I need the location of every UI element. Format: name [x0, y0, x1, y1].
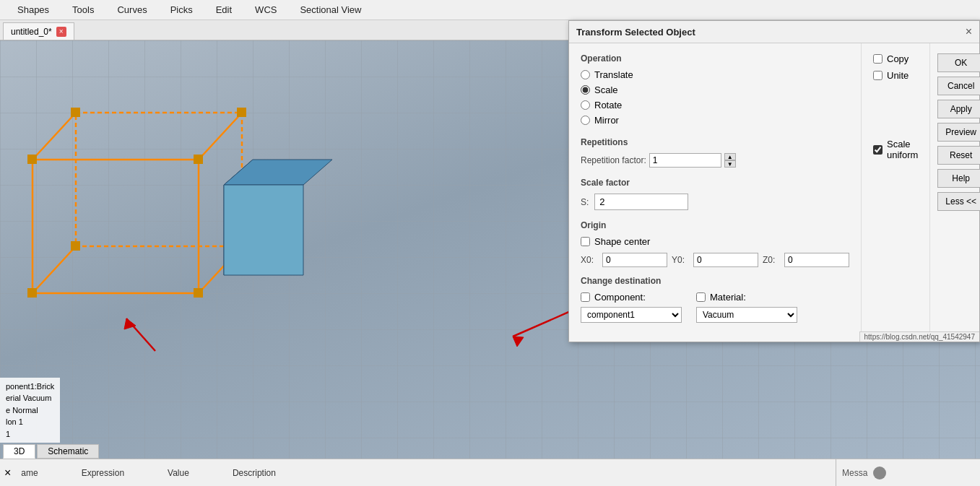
- url-bar: https://blog.csdn.net/qq_41542947: [859, 331, 979, 342]
- component-checkbox-input[interactable]: [581, 292, 590, 302]
- x0-label: X0:: [581, 255, 598, 265]
- origin-xyz-row: X0: Y0: Z0:: [581, 253, 849, 267]
- menu-curves[interactable]: Curves: [105, 1, 158, 18]
- change-dest-label: Change destination: [581, 276, 849, 286]
- menu-edit[interactable]: Edit: [204, 1, 243, 18]
- radio-group: Translate Scale Rotate Mirror: [581, 69, 849, 126]
- help-button[interactable]: Help: [937, 169, 980, 188]
- dialog-titlebar: Transform Selected Object ×: [569, 21, 979, 43]
- radio-translate-label: Translate: [594, 69, 633, 80]
- radio-scale[interactable]: Scale: [581, 84, 849, 95]
- spinner-buttons: ▲ ▼: [724, 153, 736, 168]
- dialog-body: Operation Translate Scale Rotate: [569, 43, 979, 342]
- message-label: Messa: [842, 468, 867, 478]
- material-label: Material:: [710, 292, 746, 303]
- tab-close-button[interactable]: ×: [56, 27, 66, 37]
- shape-center-checkbox[interactable]: Shape center: [581, 236, 849, 247]
- operation-label: Operation: [581, 53, 849, 64]
- origin-group: Origin Shape center X0: Y0: Z0:: [581, 220, 849, 267]
- bottom-tabs: 3D Schematic: [0, 444, 99, 459]
- dest-area: Component: component1 Material:: [581, 292, 849, 323]
- s-label: S:: [581, 197, 589, 207]
- param-col-expr: Expression: [82, 468, 124, 478]
- apply-button[interactable]: Apply: [937, 100, 980, 118]
- material-checkbox-input[interactable]: [696, 292, 706, 302]
- main-area: ponent1:Brick erial Vacuum e Normal lon …: [0, 40, 980, 486]
- unite-checkbox[interactable]: Unite: [873, 70, 918, 81]
- scale-factor-label: Scale factor: [581, 178, 849, 188]
- cancel-button[interactable]: Cancel: [937, 77, 980, 95]
- repetition-factor-input[interactable]: [649, 153, 721, 168]
- dialog-close-button[interactable]: ×: [966, 25, 972, 38]
- scroll-circle[interactable]: [873, 467, 886, 480]
- tab-3d[interactable]: 3D: [3, 444, 35, 459]
- preview-button[interactable]: Preview: [937, 123, 980, 142]
- origin-label: Origin: [581, 220, 849, 230]
- message-tab: Messa: [836, 459, 980, 486]
- tab-schematic[interactable]: Schematic: [37, 444, 99, 459]
- scale-row: S:: [581, 194, 849, 210]
- menu-picks[interactable]: Picks: [159, 1, 204, 18]
- param-col-desc: Description: [233, 468, 276, 478]
- radio-translate[interactable]: Translate: [581, 69, 849, 80]
- radio-rotate[interactable]: Rotate: [581, 100, 849, 110]
- document-tab[interactable]: untitled_0* ×: [3, 22, 74, 40]
- scale-factor-group: Scale factor S:: [581, 178, 849, 210]
- z0-label: Z0:: [763, 255, 780, 265]
- less-button[interactable]: Less <<: [937, 192, 980, 211]
- unite-checkbox-input[interactable]: [873, 71, 883, 80]
- x0-input[interactable]: [602, 253, 667, 267]
- reset-button[interactable]: Reset: [937, 146, 980, 165]
- dest-component-col: Component: component1: [581, 292, 682, 323]
- unite-label: Unite: [887, 70, 909, 81]
- param-bar-close[interactable]: ×: [0, 467, 15, 480]
- info-line4: lon 1: [6, 416, 54, 428]
- spinner-up[interactable]: ▲: [724, 153, 736, 160]
- copy-label: Copy: [887, 53, 909, 64]
- material-select[interactable]: Vacuum: [696, 307, 797, 323]
- tab-label: untitled_0*: [11, 27, 52, 37]
- scale-value-input[interactable]: [594, 194, 688, 210]
- radio-translate-input[interactable]: [581, 70, 590, 79]
- dialog-left-panel: Operation Translate Scale Rotate: [569, 43, 862, 342]
- info-line3: e Normal: [6, 404, 54, 417]
- radio-mirror[interactable]: Mirror: [581, 115, 849, 126]
- dialog-title: Transform Selected Object: [576, 27, 695, 38]
- dialog-right-panel: OK Cancel Apply Preview Reset Help Less …: [930, 43, 980, 342]
- radio-mirror-input[interactable]: [581, 116, 590, 125]
- y0-input[interactable]: [693, 253, 758, 267]
- component-select[interactable]: component1: [581, 307, 682, 323]
- copy-checkbox[interactable]: Copy: [873, 53, 918, 64]
- change-destination-group: Change destination Component: component1: [581, 276, 849, 323]
- info-line1: ponent1:Brick: [6, 381, 54, 393]
- component-checkbox[interactable]: Component:: [581, 292, 682, 303]
- dest-material-col: Material: Vacuum: [696, 292, 797, 323]
- component-label: Component:: [594, 292, 646, 303]
- radio-scale-label: Scale: [594, 84, 618, 95]
- transform-dialog: Transform Selected Object × Operation Tr…: [568, 20, 980, 342]
- radio-rotate-label: Rotate: [594, 100, 622, 110]
- menu-sectional-view[interactable]: Sectional View: [288, 1, 373, 18]
- material-checkbox[interactable]: Material:: [696, 292, 797, 303]
- menu-wcs[interactable]: WCS: [243, 1, 288, 18]
- info-line2: erial Vacuum: [6, 392, 54, 404]
- rep-factor-label: Repetition factor:: [581, 155, 646, 165]
- menu-bar: Shapes Tools Curves Picks Edit WCS Secti…: [0, 0, 980, 20]
- menu-shapes[interactable]: Shapes: [6, 1, 61, 18]
- menu-tools[interactable]: Tools: [61, 1, 105, 18]
- z0-input[interactable]: [784, 253, 849, 267]
- shape-center-input[interactable]: [581, 237, 590, 246]
- scale-uniform-input[interactable]: [873, 145, 883, 155]
- radio-rotate-input[interactable]: [581, 100, 590, 110]
- shape-center-label: Shape center: [594, 236, 650, 247]
- radio-scale-input[interactable]: [581, 85, 590, 95]
- radio-mirror-label: Mirror: [594, 115, 619, 126]
- repetition-factor-row: Repetition factor: ▲ ▼: [581, 153, 849, 168]
- y0-label: Y0:: [672, 255, 689, 265]
- copy-checkbox-input[interactable]: [873, 54, 883, 64]
- spinner-down[interactable]: ▼: [724, 160, 736, 168]
- ok-button[interactable]: OK: [937, 53, 980, 72]
- repetitions-label: Repetitions: [581, 137, 849, 147]
- scale-uniform-checkbox[interactable]: Scale uniform: [873, 139, 918, 160]
- param-col-val: Value: [168, 468, 189, 478]
